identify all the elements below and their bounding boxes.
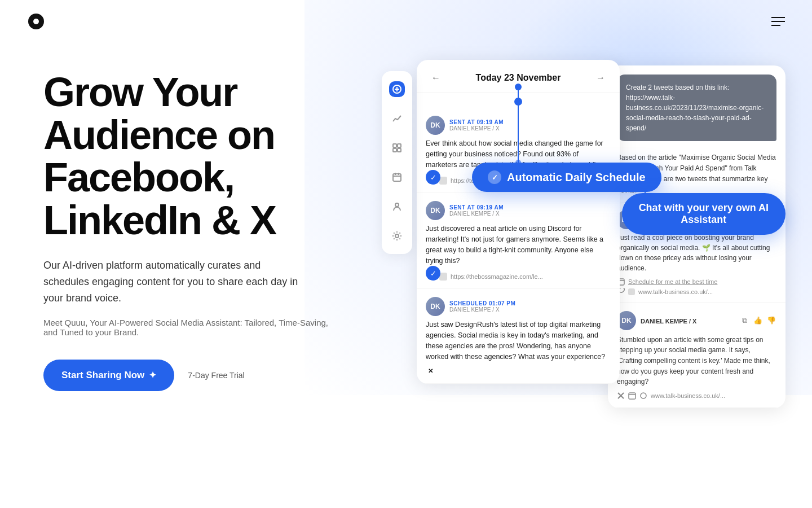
x-platform-icon: ✕: [426, 366, 435, 375]
avatar: DK: [426, 297, 445, 316]
post-info: SENT AT 09:19 AM DANIEL KEMPE / X: [449, 119, 611, 132]
x-icon: [617, 392, 625, 400]
svg-point-9: [395, 234, 399, 238]
main-content: Grow Your Audience on Facebook, LinkedIn…: [0, 43, 812, 466]
link-text: https://thebossmagazine.com/le...: [451, 273, 543, 280]
header: [0, 0, 812, 43]
timeline-area: [417, 93, 620, 108]
ai-panel: Create 2 tweets based on this link: http…: [608, 65, 785, 408]
sidebar-person-icon[interactable]: [389, 199, 405, 214]
ai-tweet-actions: ⧉ 👍 👎: [739, 316, 776, 326]
logo-icon: [27, 12, 45, 30]
ai-prompt-bubble: Create 2 tweets based on this link: http…: [617, 75, 776, 141]
link-favicon: [439, 273, 447, 281]
ai-post-header: DK DANIEL KEMPE / X ⧉ 👍 👎: [617, 311, 776, 330]
cta-row: Start Sharing Now ✦ 7-Day Free Trial: [43, 360, 337, 391]
svg-point-1: [33, 19, 39, 24]
thumbs-up-icon[interactable]: 👍: [753, 316, 763, 326]
menu-button[interactable]: [771, 17, 785, 26]
chat-pill: Chat with your very own AI Assistant: [622, 193, 785, 235]
copy-icon[interactable]: ⧉: [739, 316, 749, 326]
post-time: SCHEDULED 01:07 PM: [449, 300, 611, 306]
svg-rect-7: [393, 174, 401, 181]
hero-section: Grow Your Audience on Facebook, LinkedIn…: [43, 60, 337, 391]
chat-pill-line1: Chat with your very own AI: [639, 202, 769, 214]
post-text: Just discovered a neat article on using …: [426, 224, 611, 266]
sidebar-panel: [382, 71, 412, 254]
post-time: SENT AT 09:19 AM: [449, 204, 611, 211]
post-info: SCHEDULED 01:07 PM DANIEL KEMPE / X: [449, 300, 611, 313]
post-meta: DK SENT AT 09:19 AM DANIEL KEMPE / X: [426, 116, 611, 135]
schedule-pill: ✓ Automatic Daily Schedule: [472, 163, 661, 192]
avatar: DK: [617, 311, 636, 330]
mockup-area: ← Today 23 November → DK SENT AT 09: [382, 60, 769, 466]
logo: [27, 12, 45, 30]
link-icon: [639, 392, 647, 400]
card-header: ← Today 23 November →: [417, 60, 620, 93]
post-item: DK SENT AT 09:19 AM DANIEL KEMPE / X Jus…: [417, 193, 620, 289]
sidebar-calendar-icon[interactable]: [389, 169, 405, 185]
ai-post-name: DANIEL KEMPE / X: [641, 318, 696, 325]
sidebar-chart-icon[interactable]: [389, 111, 405, 126]
schedule-link[interactable]: Schedule for me at the best time: [628, 278, 717, 285]
ai-tweet-footer: Schedule for me at the best time: [617, 278, 776, 286]
trial-label: 7-Day Free Trial: [188, 371, 244, 380]
calendar-icon: [628, 392, 636, 400]
sidebar-settings-icon[interactable]: [389, 228, 405, 244]
post-item: DK SCHEDULED 01:07 PM DANIEL KEMPE / X J…: [417, 289, 620, 384]
svg-rect-6: [398, 148, 401, 152]
post-meta: DK SCHEDULED 01:07 PM DANIEL KEMPE / X: [426, 297, 611, 316]
hero-title: Grow Your Audience on Facebook, LinkedIn…: [43, 71, 337, 242]
link-preview: https://thebossmagazine.com/le...: [439, 273, 543, 281]
sidebar-move-icon[interactable]: [389, 81, 405, 97]
sidebar-grid-icon[interactable]: [389, 140, 405, 156]
post-time: SENT AT 09:19 AM: [449, 119, 611, 125]
ai-post-footer: www.talk-business.co.uk/...: [617, 392, 776, 400]
svg-point-14: [641, 393, 646, 398]
ai-post-item: DK DANIEL KEMPE / X ⧉ 👍 👎 Stumbled upon …: [608, 303, 785, 408]
cta-label: Start Sharing Now: [61, 370, 144, 381]
post-author: DANIEL KEMPE / X: [449, 125, 611, 132]
content-card: ← Today 23 November → DK SENT AT 09: [417, 60, 620, 384]
thumbs-down-icon[interactable]: 👎: [766, 316, 776, 326]
chat-pill-line2: Assistant: [639, 214, 769, 226]
post-text: Just saw DesignRush's latest list of top…: [426, 319, 611, 362]
sparkle-icon: ✦: [149, 370, 156, 380]
post-info: SENT AT 09:19 AM DANIEL KEMPE / X: [449, 204, 611, 217]
svg-point-8: [395, 203, 399, 207]
schedule-pill-label: Automatic Daily Schedule: [507, 171, 646, 184]
ai-prompt-text: Create 2 tweets based on this link: http…: [626, 84, 764, 132]
post-author: DANIEL KEMPE / X: [449, 306, 611, 313]
ai-link-footer: www.talk-business.co.uk/...: [617, 288, 776, 296]
svg-rect-3: [393, 144, 396, 147]
timeline-dot: [514, 98, 522, 106]
link-text: www.talk-business.co.uk/...: [638, 288, 713, 295]
svg-rect-5: [393, 148, 396, 152]
hero-subtitle: Our AI-driven platform automatically cur…: [43, 257, 303, 306]
ai-tweet-text: Just read a cool piece on boosting your …: [617, 233, 776, 273]
link-favicon: [628, 288, 635, 295]
post-author: DANIEL KEMPE / X: [449, 211, 611, 217]
svg-rect-4: [398, 144, 401, 147]
post-footer: ✕ https://thebossmagazine.com/le...: [426, 270, 611, 281]
post-footer: ✕: [426, 366, 611, 375]
hero-tagline: Meet Quuu, Your AI-Powered Social Media …: [43, 318, 337, 337]
prev-day-button[interactable]: ←: [428, 70, 444, 86]
link-text: www.talk-business.co.uk/...: [651, 392, 725, 399]
start-sharing-button[interactable]: Start Sharing Now ✦: [43, 360, 174, 391]
check-icon: ✓: [488, 170, 501, 184]
avatar: DK: [426, 201, 445, 220]
post-meta: DK SENT AT 09:19 AM DANIEL KEMPE / X: [426, 201, 611, 220]
ai-post-text: Stumbled upon an article with some great…: [617, 335, 776, 387]
date-label: Today 23 November: [476, 73, 561, 83]
next-day-button[interactable]: →: [593, 70, 608, 86]
svg-rect-12: [629, 393, 636, 399]
link-favicon: [439, 177, 447, 185]
avatar: DK: [426, 116, 445, 135]
